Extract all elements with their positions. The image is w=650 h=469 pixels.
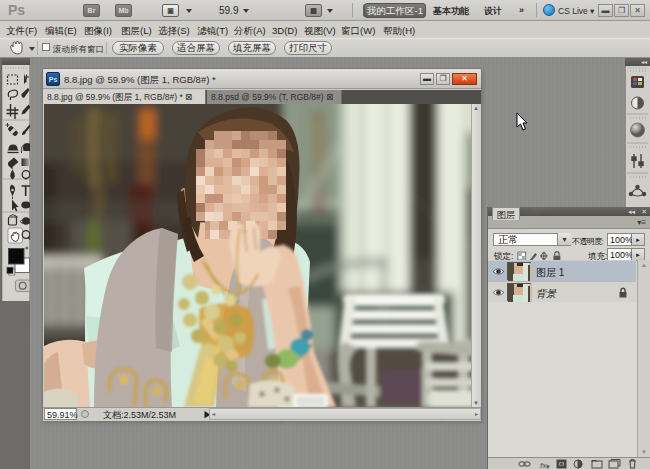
svg-text:▾: ▾ — [546, 463, 550, 469]
